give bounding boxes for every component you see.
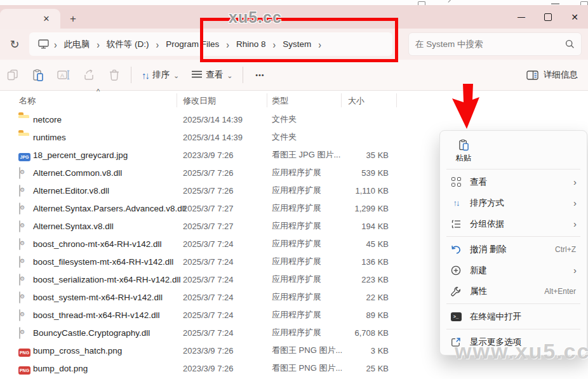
dll-file-icon: ⚙ — [18, 203, 29, 213]
more-options-button[interactable]: ••• — [247, 63, 272, 86]
menu-item-show-more-options[interactable]: 显示更多选项 — [443, 331, 584, 352]
address-bar: ↻ › 此电脑 › 软件等 (D:) › Program Files › Rhi… — [0, 29, 588, 60]
menu-item-view[interactable]: 查看 › — [443, 171, 584, 192]
breadcrumb[interactable]: › 此电脑 › 软件等 (D:) › Program Files › Rhino… — [29, 32, 392, 56]
context-paste-button[interactable]: 粘贴 — [444, 136, 483, 166]
file-name: boost_serialization-mt-x64-RH-v142.dll — [33, 275, 181, 284]
column-divider — [396, 93, 397, 107]
file-size: 45 KB — [330, 239, 389, 249]
menu-item-properties[interactable]: 属性 Alt+Enter — [443, 281, 584, 302]
view-label: 查看 — [206, 69, 223, 81]
file-date: 2025/3/7 7:24 — [183, 257, 234, 267]
breadcrumb-program-files[interactable]: Program Files — [161, 37, 224, 51]
png-file-icon: PNG — [18, 363, 29, 373]
view-button[interactable]: 查看 ⌄ — [185, 63, 239, 86]
file-type: 文件夹 — [272, 131, 297, 143]
view-lines-icon — [192, 69, 202, 81]
search-input[interactable]: 在 System 中搜索 — [408, 32, 582, 56]
file-date: 2023/3/9 7:26 — [183, 364, 234, 373]
file-type: 应用程序扩展 — [272, 203, 321, 214]
menu-divider — [446, 236, 580, 237]
group-by-icon — [450, 220, 462, 229]
file-name: Alternet.Common.v8.dll — [33, 168, 122, 178]
breadcrumb-rhino-8[interactable]: Rhino 8 — [232, 37, 271, 51]
file-date: 2025/3/7 7:24 — [183, 310, 234, 320]
new-tab-button[interactable]: + — [66, 13, 80, 27]
sort-button[interactable]: ↑↓ 排序 ⌄ — [135, 63, 185, 86]
column-header-size[interactable]: 大小 — [348, 95, 364, 107]
maximize-button[interactable] — [535, 8, 561, 27]
menu-item-label: 显示更多选项 — [470, 336, 584, 348]
paste-button[interactable] — [25, 63, 51, 86]
toolbar-divider — [243, 67, 243, 83]
column-header-type[interactable]: 类型 — [272, 95, 288, 107]
search-placeholder: 在 System 中搜索 — [415, 39, 565, 50]
dll-file-icon: ⚙ — [18, 310, 29, 320]
file-name: Alternet.Syntax.v8.dll — [33, 222, 114, 231]
details-pane-button[interactable]: 详细信息 — [526, 69, 578, 81]
breadcrumb-system[interactable]: System — [278, 37, 316, 51]
file-type: 应用程序扩展 — [272, 274, 321, 285]
command-toolbar: A ↑↓ 排序 ⌄ 查看 ⌄ ••• 详细信息 — [0, 60, 588, 91]
rename-button[interactable]: A — [51, 63, 76, 86]
refresh-button[interactable]: ↻ — [6, 36, 23, 53]
search-icon[interactable] — [565, 39, 575, 49]
png-file-icon: PNG — [18, 345, 29, 356]
share-button[interactable] — [76, 63, 102, 86]
dll-file-icon: ⚙ — [18, 239, 29, 249]
menu-shortcut: Ctrl+Z — [555, 245, 576, 254]
column-divider — [177, 93, 177, 107]
menu-item-undo-delete[interactable]: 撤消 删除 Ctrl+Z — [443, 239, 584, 260]
file-date: 2025/3/7 7:27 — [183, 204, 234, 213]
svg-text:A: A — [60, 72, 64, 79]
terminal-icon: >_ — [450, 312, 462, 321]
table-row[interactable]: netcore 2025/3/14 14:39 文件夹 — [0, 110, 588, 128]
folder-icon — [18, 114, 29, 124]
chevron-right-icon: › — [573, 176, 577, 187]
this-pc-icon[interactable] — [38, 39, 49, 49]
file-name: bump_cross_hatch.png — [33, 346, 122, 356]
file-name: boost_system-mt-x64-RH-v142.dll — [33, 293, 163, 302]
menu-item-open-in-terminal[interactable]: >_ 在终端中打开 — [443, 306, 584, 327]
jpg-file-icon: JPG — [18, 150, 29, 160]
sort-ascending-icon: ^ — [97, 88, 100, 95]
file-name: boost_thread-mt-x64-RH-v142.dll — [33, 310, 160, 320]
explorer-tab[interactable]: ✕ — [0, 9, 60, 29]
file-type: 应用程序扩展 — [272, 238, 321, 249]
maximize-icon — [544, 13, 552, 21]
menu-item-sort-by[interactable]: ↑↓ 排序方式 › — [443, 192, 584, 213]
chevron-down-icon: ⌄ — [227, 72, 232, 80]
file-date: 2025/3/14 14:39 — [183, 133, 243, 142]
file-type: 应用程序扩展 — [272, 167, 321, 178]
breadcrumb-drive-d[interactable]: 软件等 (D:) — [102, 36, 154, 53]
background-window-strip — [0, 0, 588, 5]
file-type: 应用程序扩展 — [272, 309, 321, 321]
column-header-name[interactable]: 名称 — [19, 95, 36, 107]
column-header-date[interactable]: 修改日期 — [183, 95, 216, 107]
breadcrumb-this-pc[interactable]: 此电脑 — [60, 36, 95, 53]
file-name: runtimes — [33, 133, 66, 142]
close-button[interactable]: ✕ — [561, 8, 588, 27]
file-size: 89 KB — [330, 310, 389, 320]
menu-item-group-by[interactable]: 分组依据 › — [443, 213, 584, 234]
file-date: 2025/3/7 7:24 — [183, 239, 234, 249]
delete-button[interactable] — [102, 63, 127, 86]
dll-file-icon: ⚙ — [18, 256, 29, 267]
menu-item-new[interactable]: 新建 › — [443, 260, 584, 281]
context-menu: 粘贴 查看 › ↑↓ 排序方式 › 分组依据 › 撤消 删除 Ctrl+Z 新建… — [439, 130, 587, 356]
dll-file-icon: ⚙ — [18, 292, 29, 302]
undo-icon — [450, 245, 462, 254]
chevron-right-icon: › — [154, 38, 162, 50]
file-date: 2023/3/9 7:26 — [183, 150, 234, 160]
menu-shortcut: Alt+Enter — [544, 287, 576, 296]
tab-close-icon[interactable]: ✕ — [40, 13, 53, 25]
file-date: 2025/3/7 7:26 — [183, 168, 234, 178]
column-headers: ^ 名称 修改日期 类型 大小 — [0, 91, 588, 110]
wrench-icon — [450, 286, 462, 296]
file-type: 应用程序扩展 — [272, 291, 321, 303]
file-size: 136 KB — [330, 257, 389, 267]
file-date: 2025/3/7 7:24 — [183, 328, 234, 338]
minimize-button[interactable]: — — [508, 8, 535, 27]
copy-button[interactable] — [0, 63, 25, 86]
table-row[interactable]: PNG bump_dot.png 2023/3/9 7:26 看图王 PNG 图… — [0, 359, 588, 377]
